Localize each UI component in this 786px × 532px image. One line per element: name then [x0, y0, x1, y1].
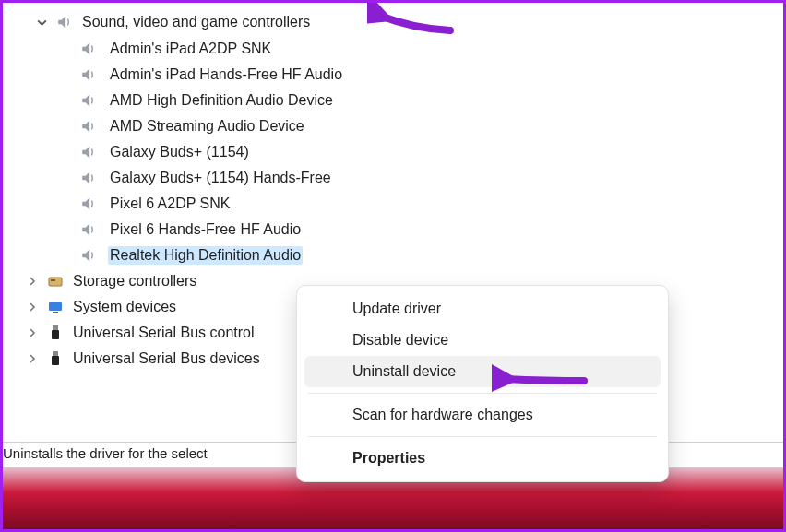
chevron-right-icon — [21, 354, 43, 363]
storage-icon — [43, 272, 67, 290]
device-item[interactable]: Galaxy Buds+ (1154) Hands-Free — [3, 165, 783, 191]
device-item[interactable]: Pixel 6 Hands-Free HF Audio — [3, 217, 783, 242]
menu-separator — [308, 436, 657, 437]
device-item[interactable]: Realtek High Definition Audio — [3, 242, 783, 268]
status-text: Uninstalls the driver for the select — [3, 445, 208, 461]
svg-rect-7 — [52, 356, 59, 365]
category-label: Sound, video and game controllers — [82, 14, 310, 30]
annotation-arrow — [367, 3, 459, 40]
category-label: Storage controllers — [73, 273, 196, 290]
speaker-icon — [77, 91, 101, 110]
device-item[interactable]: AMD High Definition Audio Device — [3, 88, 783, 113]
device-label: Pixel 6 Hands-Free HF Audio — [108, 220, 303, 239]
speaker-icon — [77, 65, 101, 84]
speaker-icon — [53, 13, 77, 31]
device-label: AMD Streaming Audio Device — [108, 117, 306, 136]
usb-icon — [43, 324, 67, 342]
speaker-icon — [77, 40, 101, 58]
device-item[interactable]: Galaxy Buds+ (1154) — [3, 139, 783, 165]
chevron-right-icon — [21, 328, 43, 337]
speaker-icon — [77, 143, 101, 161]
chevron-right-icon — [21, 277, 43, 286]
device-label: Pixel 6 A2DP SNK — [108, 195, 232, 213]
svg-rect-4 — [53, 325, 58, 330]
menu-item-label: Update driver — [352, 301, 441, 316]
device-label: AMD High Definition Audio Device — [108, 91, 335, 110]
svg-rect-0 — [49, 278, 62, 286]
context-menu: Update driverDisable deviceUninstall dev… — [296, 285, 669, 482]
device-item[interactable]: Admin's iPad A2DP SNK — [3, 36, 783, 62]
category-label: System devices — [73, 299, 176, 315]
category-label: Universal Serial Bus devices — [73, 350, 260, 367]
device-item[interactable]: AMD Streaming Audio Device — [3, 113, 783, 139]
device-item[interactable]: Pixel 6 A2DP SNK — [3, 191, 783, 217]
svg-rect-3 — [53, 312, 58, 313]
svg-rect-2 — [49, 302, 62, 311]
device-label: Galaxy Buds+ (1154) Hands-Free — [108, 169, 333, 187]
speaker-icon — [77, 220, 101, 239]
menu-item-label: Uninstall device — [352, 363, 456, 379]
menu-item-label: Disable device — [352, 332, 448, 348]
menu-item-properties[interactable]: Properties — [304, 443, 661, 474]
speaker-icon — [77, 195, 101, 213]
svg-rect-5 — [52, 330, 59, 339]
speaker-icon — [77, 117, 101, 136]
device-item[interactable]: Admin's iPad Hands-Free HF Audio — [3, 62, 783, 88]
category-label: Universal Serial Bus control — [73, 325, 255, 341]
system-icon — [43, 298, 67, 316]
menu-item[interactable]: Uninstall device — [304, 356, 661, 387]
chevron-down-icon — [30, 18, 53, 28]
menu-separator — [308, 393, 657, 394]
menu-item[interactable]: Scan for hardware changes — [304, 399, 661, 431]
chevron-right-icon — [21, 302, 43, 312]
annotation-arrow — [492, 364, 593, 396]
svg-rect-6 — [53, 351, 58, 356]
menu-item[interactable]: Disable device — [304, 325, 661, 356]
device-label: Galaxy Buds+ (1154) — [108, 143, 251, 161]
menu-item-label: Properties — [352, 450, 425, 466]
device-label: Realtek High Definition Audio — [108, 246, 303, 265]
svg-rect-1 — [51, 279, 55, 281]
menu-item[interactable]: Update driver — [304, 293, 661, 325]
usb-icon — [43, 349, 67, 368]
device-label: Admin's iPad Hands-Free HF Audio — [108, 65, 344, 84]
speaker-icon — [77, 246, 101, 265]
device-label: Admin's iPad A2DP SNK — [108, 40, 273, 58]
menu-item-label: Scan for hardware changes — [352, 407, 533, 422]
sound-devices-list: Admin's iPad A2DP SNKAdmin's iPad Hands-… — [3, 36, 783, 268]
speaker-icon — [77, 169, 101, 187]
